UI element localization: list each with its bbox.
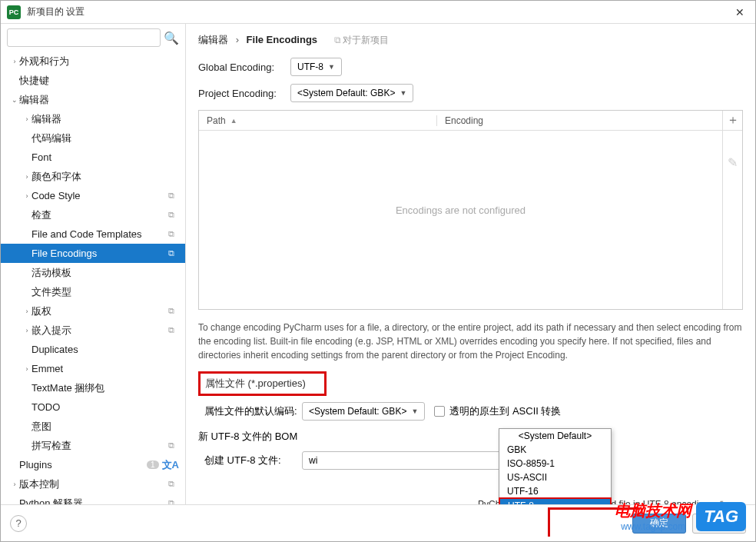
project-encoding-label: Project Encoding: — [198, 88, 290, 99]
encoding-dropdown[interactable]: <System Default>GBKISO-8859-1US-ASCIIUTF… — [499, 428, 612, 504]
breadcrumb-sep-icon: › — [236, 34, 239, 45]
sidebar-item[interactable]: Duplicates — [1, 340, 185, 359]
sidebar-item-label: 检查 — [32, 208, 168, 222]
chevron-icon: › — [22, 115, 32, 123]
chevron-icon: › — [22, 365, 32, 373]
sidebar-item[interactable]: ›颜色和字体 — [1, 167, 185, 186]
sidebar-item[interactable]: ›版权⧉ — [1, 301, 185, 321]
chevron-down-icon: ▼ — [400, 89, 406, 97]
help-button[interactable]: ? — [10, 515, 27, 532]
sidebar-item[interactable]: Python 解释器⧉ — [1, 494, 185, 504]
sidebar-item[interactable]: TextMate 捆绑包 — [1, 378, 185, 397]
copy-icon: ⧉ — [168, 479, 179, 489]
sidebar-item[interactable]: ⌄编辑器 — [1, 90, 185, 109]
sidebar: 🔍 ›外观和行为快捷键⌄编辑器›编辑器代码编辑Font›颜色和字体›Code S… — [1, 24, 186, 504]
dropdown-option[interactable]: <System Default> — [499, 429, 611, 443]
copy-icon: ⧉ — [168, 248, 179, 258]
dropdown-option[interactable]: UTF-8 — [499, 497, 612, 504]
sidebar-item-label: 版本控制 — [19, 477, 168, 491]
breadcrumb-active: File Encodings — [247, 34, 317, 45]
sidebar-item-label: File Encodings — [32, 248, 168, 259]
copy-icon: ⧉ — [168, 325, 179, 335]
global-encoding-combo[interactable]: UTF-8▼ — [290, 58, 342, 76]
bom-section-header: 新 UTF-8 文件的 BOM — [198, 430, 743, 444]
chevron-icon: › — [22, 173, 32, 181]
sidebar-item-label: Font — [32, 151, 179, 163]
sidebar-item-label: TextMate 捆绑包 — [32, 381, 179, 395]
sidebar-item-label: 文件类型 — [32, 285, 179, 299]
sidebar-item[interactable]: 意图 — [1, 417, 185, 436]
chevron-down-icon: ▼ — [328, 63, 335, 71]
sidebar-item[interactable]: File Encodings⧉ — [1, 244, 185, 263]
breadcrumb-note: 对于新项目 — [343, 35, 389, 45]
titlebar: PC 新项目的 设置 ✕ — [1, 1, 755, 24]
close-button[interactable]: ✕ — [731, 5, 749, 20]
window-title: 新项目的 设置 — [27, 5, 85, 18]
sidebar-item[interactable]: 快捷键 — [1, 71, 185, 90]
watermark: 电脑技术网 www.tagxp.com TAG — [615, 500, 746, 532]
encoding-table: Path▲ Encoding Encodings are not configu… — [198, 110, 743, 310]
table-header-encoding[interactable]: Encoding — [437, 115, 483, 126]
add-row-button[interactable]: ＋ — [723, 111, 742, 131]
sidebar-item[interactable]: 拼写检查⧉ — [1, 436, 185, 455]
chevron-icon: › — [10, 58, 19, 65]
props-default-combo[interactable]: <System Default: GBK>▼ — [302, 402, 425, 421]
sidebar-item[interactable]: 文件类型 — [1, 282, 185, 301]
sidebar-item[interactable]: Plugins1文A — [1, 455, 185, 474]
sidebar-item-label: Python 解释器 — [19, 497, 168, 505]
table-header-path[interactable]: Path▲ — [199, 115, 437, 126]
sidebar-item-label: 拼写检查 — [32, 439, 168, 453]
dropdown-option[interactable]: GBK — [499, 443, 611, 457]
app-icon: PC — [7, 5, 21, 19]
settings-tree[interactable]: ›外观和行为快捷键⌄编辑器›编辑器代码编辑Font›颜色和字体›Code Sty… — [1, 52, 185, 504]
copy-icon: ⧉ — [334, 35, 341, 45]
sidebar-item-label: 快捷键 — [19, 74, 179, 88]
dropdown-option[interactable]: US-ASCII — [499, 471, 611, 484]
dropdown-option[interactable]: ISO-8859-1 — [499, 457, 611, 471]
chevron-icon: › — [22, 308, 32, 315]
sidebar-item[interactable]: ›版本控制⧉ — [1, 474, 185, 494]
sidebar-item[interactable]: ›编辑器 — [1, 109, 185, 128]
sidebar-item[interactable]: 代码编辑 — [1, 128, 185, 148]
sidebar-item-label: 颜色和字体 — [32, 170, 179, 184]
edit-row-button[interactable]: ✎ — [723, 152, 742, 172]
chevron-icon: › — [22, 327, 32, 334]
chevron-down-icon: ▼ — [411, 407, 418, 415]
ascii-checkbox[interactable] — [434, 406, 445, 417]
copy-icon: ⧉ — [168, 191, 179, 201]
props-default-label: 属性文件的默认编码: — [198, 404, 302, 418]
project-encoding-combo[interactable]: <System Default: GBK>▼ — [290, 84, 413, 102]
sidebar-item[interactable]: ›Emmet — [1, 359, 185, 378]
chevron-icon: › — [22, 192, 32, 200]
search-input[interactable] — [7, 28, 161, 47]
sidebar-item-label: TODO — [32, 401, 179, 413]
sidebar-item[interactable]: ›外观和行为 — [1, 52, 185, 71]
copy-icon: ⧉ — [168, 229, 179, 239]
sidebar-item[interactable]: Font — [1, 148, 185, 167]
translate-icon: 文A — [162, 458, 179, 472]
sidebar-item[interactable]: TODO — [1, 397, 185, 417]
sidebar-item[interactable]: File and Code Templates⧉ — [1, 224, 185, 244]
content-panel: 编辑器 › File Encodings ⧉对于新项目 Global Encod… — [186, 24, 755, 504]
info-text: To change encoding PyCharm uses for a fi… — [198, 321, 743, 362]
sidebar-item-label: 嵌入提示 — [32, 324, 168, 338]
sidebar-item-label: Plugins — [19, 459, 147, 471]
bom-create-label: 创建 UTF-8 文件: — [198, 454, 302, 467]
sidebar-item[interactable]: ›嵌入提示⧉ — [1, 321, 185, 340]
dropdown-option[interactable]: UTF-16 — [499, 484, 611, 498]
sidebar-item[interactable]: 检查⧉ — [1, 205, 185, 224]
badge: 1 — [147, 461, 159, 469]
breadcrumb-root[interactable]: 编辑器 — [198, 34, 228, 45]
sidebar-item-label: 活动模板 — [32, 266, 179, 280]
table-empty-text: Encodings are not configured — [396, 204, 526, 216]
global-encoding-label: Global Encoding: — [198, 62, 290, 73]
sidebar-item[interactable]: ›Code Style⧉ — [1, 186, 185, 205]
sidebar-item-label: Code Style — [32, 190, 168, 201]
sidebar-item-label: Emmet — [32, 363, 179, 374]
sidebar-item-label: Duplicates — [32, 344, 179, 355]
chevron-icon: › — [10, 480, 19, 488]
search-icon: 🔍 — [164, 31, 179, 45]
properties-section-header: 属性文件 (*.properties) — [198, 371, 327, 396]
sidebar-item[interactable]: 活动模板 — [1, 263, 185, 282]
sidebar-item-label: 编辑器 — [19, 93, 179, 107]
